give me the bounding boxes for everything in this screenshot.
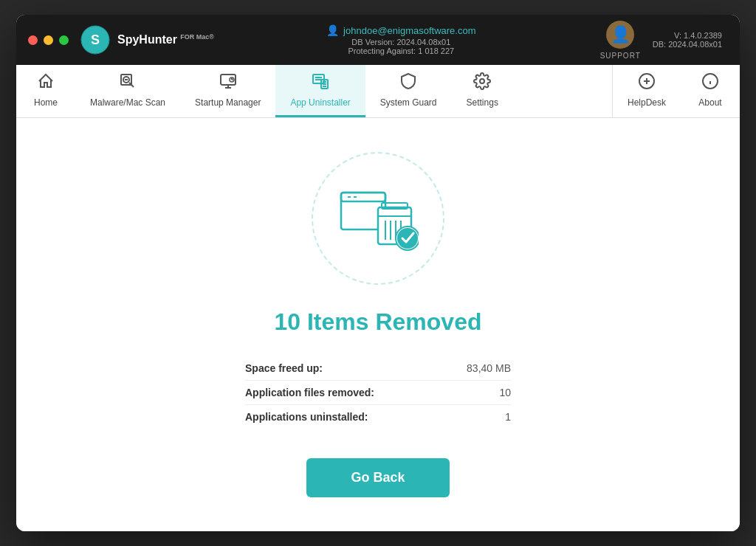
nav-helpdesk[interactable]: HelpDesk	[613, 65, 681, 117]
support-area[interactable]: 👤 SUPPORT	[588, 21, 653, 60]
nav-home[interactable]: Home	[16, 65, 75, 117]
nav-malware-scan[interactable]: Malware/Mac Scan	[75, 65, 180, 117]
db-info: DB Version: 2024.04.08x01 Protecting Aga…	[348, 38, 454, 55]
shield-icon	[399, 72, 417, 94]
stat-row-apps: Applications uninstalled: 1	[245, 405, 511, 429]
stat-value-files: 10	[499, 387, 511, 398]
go-back-button[interactable]: Go Back	[306, 458, 449, 497]
logo-area: S SpyHunter FOR Mac®	[80, 25, 214, 55]
nav-settings-label: Settings	[467, 97, 498, 108]
navbar: Home Malware/Mac Scan	[16, 65, 740, 118]
nav-appuninstaller-label: App Uninstaller	[290, 97, 350, 108]
nav-systemguard-label: System Guard	[380, 97, 437, 108]
startup-icon	[219, 72, 237, 94]
svg-rect-6	[221, 75, 236, 85]
stat-label-files: Application files removed:	[245, 387, 374, 398]
stat-row-files: Application files removed: 10	[245, 381, 511, 405]
window-controls	[28, 35, 69, 45]
nav-app-uninstaller[interactable]: App Uninstaller	[275, 65, 365, 117]
user-info: 👤 johndoe@enigmasoftware.com	[326, 24, 475, 36]
nav-about[interactable]: About	[681, 65, 740, 117]
logo-name: SpyHunter FOR Mac®	[117, 33, 214, 46]
settings-icon	[473, 72, 491, 94]
scan-icon	[119, 72, 137, 94]
stat-value-apps: 1	[505, 411, 511, 423]
support-icon: 👤	[606, 21, 634, 49]
stat-value-space: 83,40 MB	[467, 362, 511, 374]
nav-malware-label: Malware/Mac Scan	[90, 97, 165, 108]
nav-right: HelpDesk About	[612, 65, 740, 117]
stat-label-apps: Applications uninstalled:	[245, 411, 368, 423]
support-label: SUPPORT	[600, 52, 641, 60]
user-icon: 👤	[326, 24, 339, 36]
maximize-button[interactable]	[59, 35, 69, 45]
logo-icon: S	[80, 25, 110, 55]
main-content: 10 Items Removed Space freed up: 83,40 M…	[16, 118, 740, 531]
app-window: S SpyHunter FOR Mac® 👤 johndoe@enigmasof…	[16, 15, 740, 531]
svg-point-38	[397, 228, 418, 249]
uninstaller-icon	[312, 72, 329, 94]
stats-table: Space freed up: 83,40 MB Application fil…	[245, 356, 511, 429]
svg-text:S: S	[91, 32, 100, 47]
version-info: V: 1.4.0.2389 DB: 2024.04.08x01	[653, 31, 728, 49]
stat-row-space: Space freed up: 83,40 MB	[245, 356, 511, 381]
about-icon	[701, 72, 719, 94]
close-button[interactable]	[28, 35, 38, 45]
minimize-button[interactable]	[44, 35, 53, 45]
result-icon-container	[312, 152, 444, 285]
nav-startup-manager[interactable]: Startup Manager	[180, 65, 275, 117]
result-illustration	[337, 185, 419, 252]
nav-system-guard[interactable]: System Guard	[365, 65, 452, 117]
titlebar-center: 👤 johndoe@enigmasoftware.com DB Version:…	[214, 24, 588, 55]
titlebar: S SpyHunter FOR Mac® 👤 johndoe@enigmasof…	[16, 15, 740, 65]
nav-startup-label: Startup Manager	[195, 97, 261, 108]
helpdesk-icon	[638, 72, 656, 94]
svg-point-19	[480, 79, 484, 83]
result-title: 10 Items Removed	[274, 308, 481, 336]
user-email: johndoe@enigmasoftware.com	[343, 25, 475, 36]
home-icon	[37, 72, 55, 94]
nav-home-label: Home	[34, 97, 58, 108]
nav-settings[interactable]: Settings	[452, 65, 513, 117]
stat-label-space: Space freed up:	[245, 362, 323, 374]
nav-about-label: About	[698, 97, 721, 108]
nav-helpdesk-label: HelpDesk	[628, 97, 666, 108]
nav-spacer	[513, 65, 612, 117]
